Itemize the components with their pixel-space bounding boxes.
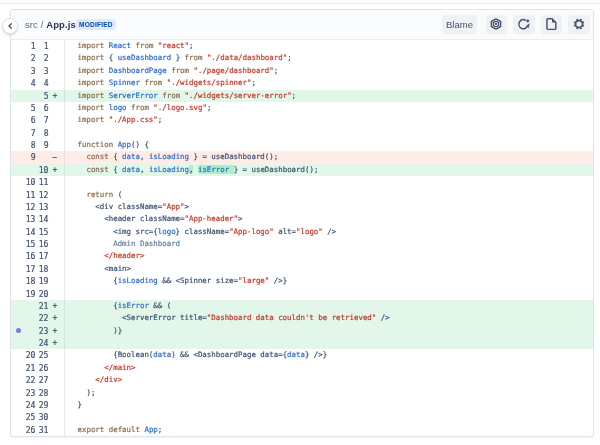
line-gutter[interactable]: 1011 xyxy=(11,176,65,188)
code-token: alt= xyxy=(274,227,296,236)
code-token: from xyxy=(185,53,203,62)
code-line: import logo from "./logo.svg"; xyxy=(66,102,594,114)
line-gutter[interactable]: 56 xyxy=(11,102,65,114)
code-line: ); xyxy=(66,387,594,399)
code-token: from xyxy=(136,41,154,50)
back-button[interactable] xyxy=(2,18,18,34)
breadcrumb-file: App.js xyxy=(46,19,76,30)
line-gutter[interactable]: 23+ xyxy=(11,325,65,337)
code-token: () { xyxy=(131,140,149,149)
line-gutter[interactable]: 67 xyxy=(11,114,65,126)
old-line-number: 14 xyxy=(26,226,36,238)
code-token: data xyxy=(153,350,171,359)
code-line: {isLoading && <Spinner size="large" />} xyxy=(66,275,594,287)
line-gutter[interactable]: 22 xyxy=(11,52,65,64)
old-line-number: 5 xyxy=(31,102,36,114)
code-token: isLoading xyxy=(149,165,189,174)
new-line-number: 20 xyxy=(39,288,49,300)
comment-indicator-dot[interactable] xyxy=(16,328,21,333)
code-row: 2328 ); xyxy=(11,387,593,399)
code-row: 1314 <header className="App-header"> xyxy=(11,213,593,225)
line-gutter[interactable]: 1112 xyxy=(11,189,65,201)
code-line: </header> xyxy=(66,250,594,262)
code-line: import "./App.css"; xyxy=(66,114,594,126)
line-gutter[interactable]: 10+ xyxy=(11,164,65,176)
line-gutter[interactable]: 2126 xyxy=(11,362,65,374)
code-row: 67import "./App.css"; xyxy=(11,114,593,126)
code-token: from xyxy=(131,103,149,112)
new-line-number: 1 xyxy=(44,40,49,52)
code-token: isLoading xyxy=(149,152,189,161)
code-token: ; xyxy=(251,78,255,87)
line-gutter[interactable]: 22+ xyxy=(11,312,65,324)
old-line-number: 18 xyxy=(26,275,36,287)
code-row: 1112 return ( xyxy=(11,189,593,201)
code-token: && ( xyxy=(149,301,171,310)
refresh-button[interactable] xyxy=(513,15,535,34)
gear-icon xyxy=(572,17,586,31)
new-line-number: 17 xyxy=(39,250,49,262)
line-gutter[interactable]: 33 xyxy=(11,65,65,77)
code-row: 2429} xyxy=(11,399,593,411)
code-row: 1617 </header> xyxy=(11,250,593,262)
line-gutter[interactable]: 89 xyxy=(11,139,65,151)
line-gutter[interactable]: 1617 xyxy=(11,250,65,262)
new-line-number: 18 xyxy=(39,263,49,275)
code-token: React xyxy=(109,41,131,50)
code-token: import xyxy=(78,78,105,87)
code-token: } = useDashboard(); xyxy=(189,152,278,161)
settings-button[interactable] xyxy=(568,15,590,34)
line-gutter[interactable]: 24+ xyxy=(11,337,65,349)
code-token: "react" xyxy=(158,41,189,50)
line-gutter[interactable]: 44 xyxy=(11,77,65,89)
code-token: ; xyxy=(189,41,193,50)
code-token: > xyxy=(185,202,189,211)
old-line-number: 9 xyxy=(31,151,36,163)
code-token: , xyxy=(140,152,149,161)
line-gutter[interactable]: 5+ xyxy=(11,90,65,102)
line-gutter[interactable]: 78 xyxy=(11,127,65,139)
new-line-number: 27 xyxy=(39,374,49,386)
line-gutter[interactable]: 2530 xyxy=(11,411,65,423)
line-gutter[interactable]: 1718 xyxy=(11,263,65,275)
added-line-marker: + xyxy=(51,300,59,312)
nut-button[interactable] xyxy=(486,15,508,34)
code-token: from xyxy=(162,91,180,100)
line-gutter[interactable]: 2631 xyxy=(11,424,65,436)
line-gutter[interactable]: 1819 xyxy=(11,275,65,287)
old-line-number: 6 xyxy=(31,114,36,126)
code-token: import xyxy=(78,115,105,124)
chevron-left-icon xyxy=(7,22,14,30)
line-gutter[interactable]: 1415 xyxy=(11,226,65,238)
code-line: <div className="App"> xyxy=(66,201,594,213)
code-token: DashboardPage xyxy=(109,66,167,75)
code-token: { xyxy=(78,276,118,285)
blame-button[interactable]: Blame xyxy=(442,15,477,34)
old-line-number: 2 xyxy=(31,52,36,64)
code-token: { xyxy=(109,152,122,161)
code-row: 22import { useDashboard } from "./data/d… xyxy=(11,52,593,64)
new-line-number: 16 xyxy=(39,238,49,250)
line-gutter[interactable]: 11 xyxy=(11,40,65,52)
line-gutter[interactable]: 1314 xyxy=(11,213,65,225)
new-line-number: 19 xyxy=(39,275,49,287)
code-token: <header className= xyxy=(78,214,185,223)
code-token: Admin Dashboard xyxy=(78,239,181,248)
line-gutter[interactable]: 1516 xyxy=(11,238,65,250)
code-token: ); xyxy=(78,388,96,397)
line-gutter[interactable]: 2429 xyxy=(11,399,65,411)
line-gutter[interactable]: 21+ xyxy=(11,300,65,312)
code-line: const { data, isLoading } = useDashboard… xyxy=(66,151,594,163)
old-line-number: 10 xyxy=(26,176,36,188)
line-gutter[interactable]: 2328 xyxy=(11,387,65,399)
old-line-number: 19 xyxy=(26,288,36,300)
line-gutter[interactable]: 2025 xyxy=(11,349,65,361)
line-gutter[interactable]: 1920 xyxy=(11,288,65,300)
old-line-number: 24 xyxy=(26,399,36,411)
old-line-number: 8 xyxy=(31,139,36,151)
line-gutter[interactable]: 2227 xyxy=(11,374,65,386)
line-gutter[interactable]: 1213 xyxy=(11,201,65,213)
code-row: 56import logo from "./logo.svg"; xyxy=(11,102,593,114)
document-button[interactable] xyxy=(541,15,563,34)
line-gutter[interactable]: 9− xyxy=(11,151,65,163)
